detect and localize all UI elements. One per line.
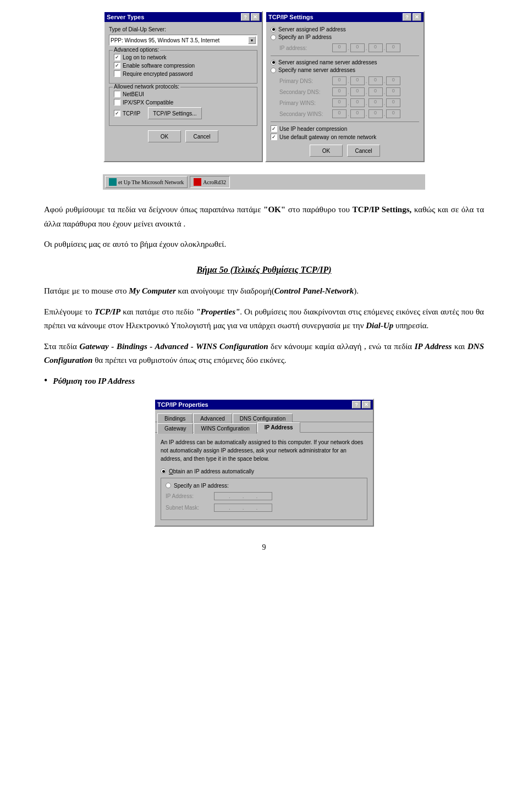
tab-gateway-label: Gateway — [164, 426, 186, 432]
tcpip-props-content: An IP address can be automatically assig… — [155, 433, 373, 526]
divider2 — [271, 121, 419, 122]
para1-bold: TCP/IP Settings, — [353, 205, 412, 214]
ns-fields: Primary DNS: 0. 0. 0. 0 Secondary DNS: 0… — [279, 76, 419, 118]
swins2: 0 — [350, 109, 365, 118]
tab-wins-config[interactable]: WINS Configuration — [194, 423, 256, 434]
tcpip-settings-ok-button[interactable]: OK — [310, 145, 343, 157]
tcpip-settings-dialog: TCP/IP Settings ? ✕ Server assigned IP a… — [265, 11, 425, 162]
subnet-field-label: Subnet Mask: — [166, 505, 210, 511]
bullet-text: Ρύθμιση του IP Address — [53, 374, 135, 388]
taskbar-btn1[interactable]: et Up The Microsoft Network — [105, 176, 188, 188]
tcpip-close-button[interactable]: ✕ — [413, 13, 421, 21]
ip-address-row: IP address: 0. 0. 0. 0 — [279, 43, 419, 52]
para5-pre: Στα πεδία — [44, 342, 79, 351]
sdns3: 0 — [369, 87, 383, 96]
tcpip-props-help-btn[interactable]: ? — [352, 401, 361, 408]
ip-seg1 — [217, 493, 229, 499]
server-types-title-bar: Server Types ? ✕ — [105, 12, 262, 22]
software-compress-checkbox[interactable]: ✓ — [114, 62, 120, 69]
default-gw-label: Use default gateway on remote network — [279, 134, 376, 140]
page-number: 9 — [44, 543, 484, 552]
para1-cont: στο παράθυρο του — [288, 205, 353, 214]
taskbar-btn2[interactable]: AcroRd32 — [190, 176, 230, 188]
ip2: 0 — [350, 43, 365, 52]
specify-ip-props-radio[interactable] — [166, 483, 171, 488]
obtain-ip-label: Obtain an IP address automatically — [169, 468, 254, 474]
tcpip-help-button[interactable]: ? — [403, 13, 411, 21]
divider1 — [271, 56, 419, 56]
server-ip-radio[interactable] — [271, 27, 276, 32]
obtain-ip-radio[interactable] — [161, 468, 166, 474]
pdns2: 0 — [350, 76, 365, 85]
server-types-ok-button[interactable]: OK — [148, 130, 181, 142]
default-gw-checkbox[interactable]: ✓ — [271, 134, 277, 140]
para5-cont2: και — [452, 342, 468, 351]
primary-dns-label: Primary DNS: — [279, 78, 329, 84]
type-select-arrow[interactable]: ▼ — [248, 36, 256, 44]
subnet-field-row: Subnet Mask: . . . — [166, 504, 362, 512]
primary-wins-row: Primary WINS: 0. 0. 0. 0 — [279, 98, 419, 107]
tcpip-props-close-btn[interactable]: ✕ — [362, 401, 371, 408]
bullet-label: Ρύθμιση του — [53, 377, 96, 385]
para1: Αφού ρυθμίσουμε τα πεδία να δείχνουν όπω… — [44, 203, 484, 231]
para3-cont: και ανοίγουμε την διαδρομή( — [178, 286, 274, 295]
top-screenshots-area: Server Types ? ✕ Type of Dial-Up Server:… — [44, 11, 484, 162]
type-label: Type of Dial-Up Server: — [109, 26, 257, 32]
help-button[interactable]: ? — [241, 13, 250, 21]
close-button[interactable]: ✕ — [251, 13, 260, 21]
ip1: 0 — [332, 43, 346, 52]
netbeui-checkbox[interactable] — [114, 91, 120, 97]
specify-ip-radio[interactable] — [271, 35, 276, 40]
ipxspx-checkbox[interactable] — [114, 99, 120, 106]
bullet-bold: IP Address — [98, 377, 135, 385]
tab-gateway[interactable]: Gateway — [157, 423, 193, 434]
pdns4: 0 — [386, 76, 400, 85]
acro-icon — [194, 178, 201, 186]
pwins2: 0 — [350, 98, 365, 107]
tcpip-settings-button[interactable]: TCP/IP Settings... — [148, 107, 201, 119]
main-text-content: Αφού ρυθμίσουμε τα πεδία να δείχνουν όπω… — [44, 203, 484, 388]
secondary-dns-label: Secondary DNS: — [279, 89, 329, 95]
tab-ip-address-label: IP Address — [265, 424, 293, 430]
tcpip-settings-title-bar: TCP/IP Settings ? ✕ — [266, 12, 424, 22]
ip-addr-field-label: IP Address: — [166, 493, 210, 499]
sub-seg3 — [244, 505, 256, 511]
server-ns-label: Server assigned name server addresses — [278, 59, 377, 65]
para4-bold: TCP/IP — [95, 307, 121, 316]
encrypted-pwd-label: Require encrypted password — [123, 71, 193, 77]
subnet-field-inputs: . . . — [214, 504, 272, 512]
para3-end: ). — [354, 286, 359, 295]
ip-seg3 — [244, 493, 256, 499]
netbeui-label: NetBEUI — [123, 91, 144, 97]
encrypted-pwd-checkbox[interactable] — [114, 70, 120, 77]
tab-advanced[interactable]: Advanced — [193, 413, 232, 423]
tab-ip-address[interactable]: IP Address — [257, 422, 300, 433]
ip-seg4 — [257, 493, 270, 499]
specify-ns-label: Specify name server addresses — [278, 67, 355, 73]
secondary-wins-row: Secondary WINS: 0. 0. 0. 0 — [279, 109, 419, 118]
server-ns-row: Server assigned name server addresses — [271, 59, 419, 65]
server-types-buttons: OK Cancel — [109, 130, 257, 142]
log-on-row: ✓ Log on to network — [114, 54, 252, 60]
sdns4: 0 — [386, 87, 400, 96]
tcpip-checkbox[interactable]: ✓ — [114, 110, 120, 117]
secondary-dns-row: Secondary DNS: 0. 0. 0. 0 — [279, 87, 419, 96]
secondary-wins-inputs: 0. 0. 0. 0 — [332, 109, 400, 118]
specify-ns-radio[interactable] — [271, 68, 276, 73]
server-types-cancel-button[interactable]: Cancel — [185, 130, 218, 142]
para5-end: θα πρέπει να ρυθμιστούν όπως στις επόμεν… — [92, 356, 286, 364]
log-on-checkbox[interactable]: ✓ — [114, 54, 120, 60]
taskbar-wrapper: et Up The Microsoft Network AcroRd32 — [44, 173, 484, 190]
tab-bindings[interactable]: Bindings — [157, 413, 193, 423]
swins3: 0 — [369, 109, 383, 118]
pwins4: 0 — [386, 98, 400, 107]
server-ns-radio[interactable] — [271, 60, 276, 65]
tcpip-settings-cancel-button[interactable]: Cancel — [347, 145, 380, 157]
para5-bold2: IP Address — [415, 342, 452, 351]
protocols-group: Allowed network protocols: NetBEUI IPX/S… — [109, 87, 257, 126]
pwins3: 0 — [369, 98, 383, 107]
para3-bold2: Control Panel-Network — [274, 286, 354, 295]
ip-header-checkbox[interactable]: ✓ — [271, 125, 277, 132]
type-select[interactable]: PPP: Windows 95, Windows NT 3.5, Interne… — [109, 35, 257, 46]
server-types-title-text: Server Types — [107, 14, 144, 20]
